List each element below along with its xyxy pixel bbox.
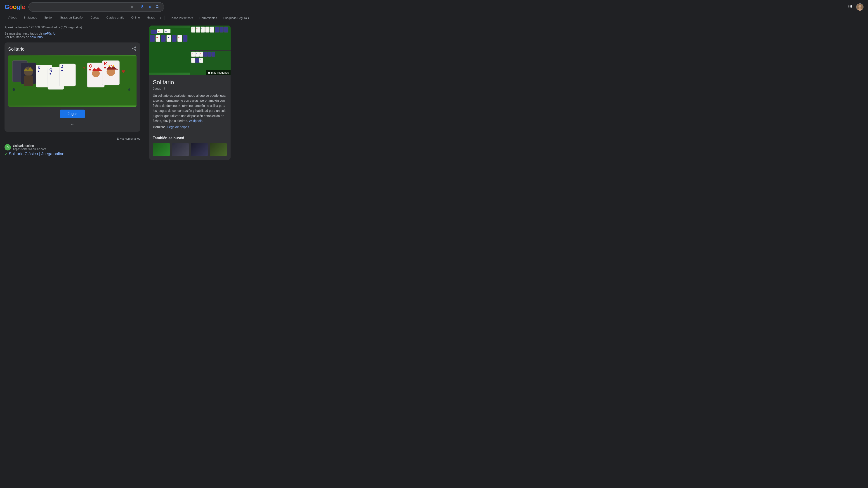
widget-title: Solitario (8, 46, 24, 52)
safe-search-button[interactable]: Búsqueda Segura ▾ (221, 15, 252, 21)
result-menu-button[interactable]: ⋮ (49, 145, 53, 150)
svg-rect-56 (196, 27, 200, 33)
also-searched-thumb-4 (210, 143, 227, 156)
also-searched-thumb-1 (153, 143, 170, 156)
svg-rect-54 (191, 27, 195, 33)
play-button[interactable]: Jugar (60, 109, 85, 118)
svg-rect-79 (195, 58, 199, 63)
user-avatar[interactable] (856, 3, 864, 11)
svg-rect-58 (201, 27, 205, 33)
nav-separator (164, 15, 165, 20)
tab-imagenes[interactable]: Imágenes (21, 14, 40, 22)
svg-text:♠: ♠ (128, 86, 130, 92)
corrected-term-link[interactable]: solitario (43, 32, 55, 35)
description-text: Un solitario es cualquier juego al que s… (153, 94, 226, 123)
svg-point-7 (24, 67, 33, 76)
apps-button[interactable] (848, 4, 852, 10)
site-name-url: Solitario online https://solitarios-onli… (13, 144, 46, 151)
knowledge-type-menu-button[interactable]: ⋮ (163, 87, 166, 90)
more-images-overlay[interactable]: Más imágenes (206, 70, 230, 75)
svg-rect-38 (151, 30, 157, 34)
site-name: Solitario online (13, 144, 46, 148)
site-favicon: S (4, 144, 11, 151)
filters-chevron-icon: ▾ (191, 16, 193, 20)
game-scene-svg: K ♠ Q ♠ J ♠ Q ♥ (8, 55, 136, 107)
svg-text:3♥: 3♥ (200, 53, 201, 54)
original-term-link[interactable]: soloitario (30, 35, 43, 39)
also-searched-item-1[interactable] (153, 143, 170, 156)
tab-cartas[interactable]: Cartas (88, 14, 102, 22)
result-title-text: Solitario Clásico | Juega online (9, 152, 64, 156)
svg-rect-64 (215, 27, 219, 33)
knowledge-image-grid: A♥ A♠ K♥ Q♠ J♥ (149, 26, 230, 75)
svg-rect-49 (172, 35, 177, 42)
svg-rect-44 (156, 35, 160, 42)
search-icons (130, 4, 160, 10)
svg-rect-62 (210, 27, 214, 33)
svg-text:J♥: J♥ (178, 37, 180, 38)
original-label: Ver resultados de (4, 35, 29, 39)
wikipedia-link[interactable]: Wikipedia (189, 119, 203, 123)
svg-rect-43 (150, 35, 155, 42)
search-input[interactable]: soloitario (32, 5, 127, 9)
result-site-info: S Solitario online https://solitarios-on… (4, 144, 140, 151)
image-content-main: A♥ A♠ K♥ Q♠ J♥ (149, 26, 190, 75)
svg-rect-8 (24, 75, 33, 86)
nav-tabs: Vídeos Imágenes Spider Gratis en Español… (0, 14, 868, 22)
lens-search-button[interactable] (147, 4, 153, 10)
svg-text:♥: ♥ (122, 68, 125, 75)
svg-text:10: 10 (206, 28, 208, 29)
also-searched-title: También se buscó (153, 136, 227, 140)
clear-button[interactable] (130, 4, 135, 9)
also-searched-item-4[interactable] (210, 143, 227, 156)
share-button[interactable] (131, 46, 136, 52)
tab-gratis-es[interactable]: Gratis en Español (57, 14, 86, 22)
also-searched-thumb-2 (172, 143, 189, 156)
knowledge-image-main[interactable]: A♥ A♠ K♥ Q♠ J♥ (149, 26, 190, 75)
svg-point-2 (859, 5, 861, 8)
all-filters-button[interactable]: Todos los filtros ▾ (167, 15, 196, 21)
safe-search-label: Búsqueda Segura (223, 16, 247, 20)
svg-text:K♥: K♥ (156, 37, 158, 38)
tab-videos[interactable]: Vídeos (4, 14, 20, 22)
tabs-more-chevron[interactable]: › (159, 14, 162, 22)
svg-rect-36 (149, 28, 190, 73)
svg-text:A♥: A♥ (192, 53, 193, 54)
search-result-1: S Solitario online https://solitarios-on… (4, 142, 140, 158)
svg-text:2♠: 2♠ (196, 53, 197, 54)
genre-value-link[interactable]: Juego de naipes (166, 125, 189, 129)
svg-text:♠: ♠ (12, 86, 15, 92)
also-searched-item-3[interactable] (191, 143, 208, 156)
knowledge-panel-card: A♥ A♠ K♥ Q♠ J♥ (149, 26, 230, 160)
svg-point-31 (113, 65, 114, 67)
tools-button[interactable]: Herramientas (197, 15, 220, 21)
tab-clasico[interactable]: Clásico gratis (103, 14, 127, 22)
svg-text:K: K (38, 66, 41, 70)
verified-icon: ✓ (4, 152, 7, 156)
voice-search-button[interactable] (140, 4, 145, 10)
svg-text:♥: ♥ (104, 66, 106, 70)
play-btn-container: Jugar (8, 109, 136, 118)
more-images-label: Más imágenes (211, 71, 229, 74)
knowledge-image-bottom-right[interactable]: A♥ 2♠ 3♥ K♦ Q♣ (190, 51, 230, 75)
tools-label: Herramientas (199, 16, 217, 20)
feedback-row: Enviar comentarios (4, 135, 140, 142)
safe-search-chevron: ▾ (248, 16, 249, 20)
tab-online[interactable]: Online (128, 14, 143, 22)
results-info: Aproximadamente 175.000.000 resultados (… (4, 26, 140, 29)
result-title-link[interactable]: ✓ Solitario Clásico | Juega online (4, 152, 140, 156)
tab-spider[interactable]: Spider (41, 14, 56, 22)
knowledge-image-top-right[interactable]: K Q J 10 9 (190, 26, 230, 50)
also-searched-grid (153, 143, 227, 156)
correction-notice: Se muestran resultados de solitario Ver … (4, 32, 140, 39)
svg-text:♠: ♠ (61, 68, 63, 72)
svg-rect-76 (211, 52, 215, 57)
svg-text:♥: ♥ (89, 68, 91, 72)
also-searched-thumb-3 (191, 143, 208, 156)
search-submit-button[interactable] (155, 4, 160, 10)
tab-gratis[interactable]: Gratis (144, 14, 158, 22)
feedback-link[interactable]: Enviar comentarios (117, 137, 140, 140)
also-searched-item-2[interactable] (172, 143, 189, 156)
solitaire-widget: Solitario (4, 42, 140, 132)
expand-button[interactable] (8, 121, 136, 128)
